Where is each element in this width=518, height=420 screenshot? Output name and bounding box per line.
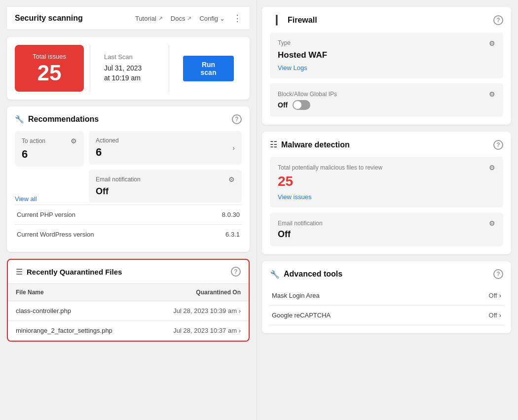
block-allow-card: Block/Allow Global IPs ⚙ Off — [270, 83, 503, 117]
page-header: Security scanning Tutorial ↗ Docs ↗ Conf… — [7, 7, 250, 30]
page-title: Security scanning — [15, 14, 83, 23]
scan-card: Total issues 25 Last Scan Jul 31, 2023 a… — [7, 37, 250, 100]
docs-link[interactable]: Docs ↗ — [171, 15, 192, 22]
chevron-right-icon: › — [232, 144, 235, 152]
recaptcha-value: Off — [489, 312, 497, 319]
last-scan-date: Jul 31, 2023 at 10:19 am — [104, 64, 155, 83]
malware-title-row: ☷ Malware detection ? — [270, 140, 503, 150]
divider — [90, 45, 90, 92]
php-label: Current PHP version — [17, 211, 75, 218]
total-issues-label: Total issues — [25, 53, 74, 60]
malware-email-label-row: Email notification ⚙ — [278, 219, 495, 227]
config-dropdown[interactable]: Config ⌄ — [199, 15, 225, 22]
firewall-card: ▕▏ Firewall ? Type ⚙ Hosted WAF View Log… — [262, 7, 511, 125]
layers-icon: ☷ — [270, 140, 277, 150]
external-link-icon: ↗ — [187, 15, 191, 22]
to-action-label-row: To action ⚙ — [22, 137, 77, 145]
advanced-tools-card: 🔧 Advanced tools ? Mask Login Area Off ›… — [262, 261, 511, 333]
file-date: Jul 28, 2023 10:39 am › — [173, 307, 241, 315]
table-header: File Name Quarantined On — [8, 284, 249, 301]
to-action-count: 6 — [22, 148, 77, 161]
header-actions: Tutorial ↗ Docs ↗ Config ⌄ ⋮ — [135, 13, 242, 24]
gear-icon[interactable]: ⚙ — [228, 175, 235, 183]
tools-icon: 🔧 — [270, 270, 280, 279]
chevron-right-icon: › — [499, 312, 501, 319]
email-notification-card: Email notification ⚙ Off — [89, 170, 242, 203]
file-row[interactable]: miniorange_2_factor_settings.php Jul 28,… — [8, 321, 249, 341]
block-allow-label-row: Block/Allow Global IPs ⚙ — [278, 90, 495, 98]
advanced-tools-title-row: 🔧 Advanced tools ? — [270, 269, 503, 279]
gear-icon[interactable]: ⚙ — [489, 39, 495, 47]
view-logs-link[interactable]: View Logs — [278, 64, 495, 71]
wrench-icon: 🔧 — [15, 115, 24, 124]
more-options-icon[interactable]: ⋮ — [233, 13, 242, 24]
fw-type-label-row: Type ⚙ — [278, 39, 495, 47]
fw-type-value: Hosted WAF — [278, 50, 495, 60]
toggle-knob — [294, 101, 301, 109]
view-all-link[interactable]: View all — [15, 195, 84, 203]
php-version-row: Current PHP version 8.0.30 — [15, 205, 242, 224]
gear-icon[interactable]: ⚙ — [489, 219, 495, 227]
total-issues-count: 25 — [25, 62, 74, 84]
wp-value: 6.3.1 — [225, 231, 240, 238]
total-issues-box: Total issues 25 — [15, 45, 84, 92]
last-scan-label: Last Scan — [104, 53, 155, 61]
recommendations-card: 🔧 Recommendations ? To action ⚙ 6 View a… — [7, 106, 250, 252]
actioned-card: Actioned 6 › — [89, 131, 242, 165]
section-title-row: 🔧 Recommendations — [15, 115, 99, 124]
versions-section: Current PHP version 8.0.30 Current WordP… — [15, 205, 242, 244]
malware-email-card: Email notification ⚙ Off — [270, 212, 503, 246]
help-icon[interactable]: ? — [493, 269, 503, 279]
recaptcha-label: Google reCAPTCHA — [272, 312, 331, 319]
to-action-card: To action ⚙ 6 — [15, 131, 84, 167]
recaptcha-value-row: Off › — [489, 312, 501, 319]
last-scan-section: Last Scan Jul 31, 2023 at 10:19 am — [96, 49, 163, 87]
quarantine-title: Recently Quarantined Files — [27, 268, 122, 276]
recommendations-title: Recommendations — [28, 115, 99, 124]
file-name: class-controller.php — [16, 307, 71, 315]
help-icon[interactable]: ? — [232, 114, 242, 124]
help-icon[interactable]: ? — [231, 267, 241, 277]
divider — [169, 45, 169, 92]
mask-login-row[interactable]: Mask Login Area Off › — [270, 286, 503, 306]
chevron-right-icon: › — [499, 292, 501, 299]
gear-icon[interactable]: ⚙ — [489, 164, 495, 172]
toggle-row: Off — [278, 100, 495, 110]
file-date: Jul 28, 2023 10:37 am › — [173, 327, 241, 334]
malware-files-label-row: Total potentially malicious files to rev… — [278, 164, 495, 172]
firewall-icon: ▕▏ — [270, 15, 284, 26]
malware-files-card: Total potentially malicious files to rev… — [270, 157, 503, 208]
quarantine-title-row: ☰ Recently Quarantined Files — [16, 267, 122, 277]
firewall-title-row: ▕▏ Firewall ? — [270, 15, 503, 26]
malware-title: Malware detection — [281, 140, 489, 149]
advanced-tools-title: Advanced tools — [284, 270, 489, 279]
actioned-count: 6 — [96, 146, 119, 159]
malware-email-value: Off — [278, 229, 495, 240]
gear-icon[interactable]: ⚙ — [71, 137, 77, 145]
quarantine-header: ☰ Recently Quarantined Files ? — [8, 260, 249, 284]
firewall-title: Firewall — [288, 16, 489, 25]
gear-icon[interactable]: ⚙ — [489, 90, 495, 98]
tutorial-link[interactable]: Tutorial ↗ — [135, 15, 163, 22]
actioned-label: Actioned — [96, 137, 119, 144]
mask-login-value-row: Off › — [489, 292, 501, 299]
external-link-icon: ↗ — [158, 15, 163, 22]
malware-files-count: 25 — [278, 174, 495, 189]
malware-card: ☷ Malware detection ? Total potentially … — [262, 132, 511, 254]
view-issues-link[interactable]: View issues — [278, 193, 495, 201]
wp-label: Current WordPress version — [17, 231, 94, 238]
run-scan-section: Run scan — [175, 52, 242, 85]
file-name: miniorange_2_factor_settings.php — [16, 327, 112, 334]
help-icon[interactable]: ? — [493, 140, 503, 150]
mask-login-value: Off — [489, 292, 497, 299]
chevron-right-icon: › — [239, 308, 241, 315]
run-scan-button[interactable]: Run scan — [183, 56, 234, 81]
recaptcha-row[interactable]: Google reCAPTCHA Off › — [270, 306, 503, 325]
help-icon[interactable]: ? — [493, 15, 503, 25]
file-row[interactable]: class-controller.php Jul 28, 2023 10:39 … — [8, 301, 249, 321]
quarantine-card: ☰ Recently Quarantined Files ? File Name… — [7, 259, 250, 342]
firewall-type-card: Type ⚙ Hosted WAF View Logs — [270, 33, 503, 78]
col-filename: File Name — [16, 289, 44, 296]
mask-login-label: Mask Login Area — [272, 292, 320, 299]
block-allow-toggle[interactable] — [293, 100, 310, 110]
